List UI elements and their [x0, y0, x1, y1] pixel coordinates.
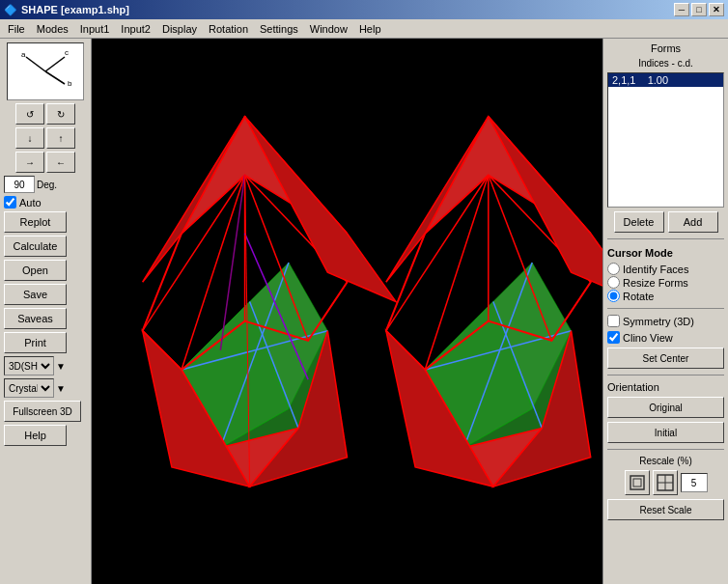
identify-faces-label: Identify Faces	[623, 264, 688, 275]
rotate-ccw-button[interactable]: ↺	[15, 103, 44, 125]
main-container: a c b ↺ ↻ ↓ ↑ → ← Deg. Auto Repl	[0, 39, 728, 584]
minimize-button[interactable]: ─	[674, 3, 689, 16]
rotation-buttons: ↺ ↻	[4, 103, 87, 125]
svg-line-2	[45, 71, 65, 84]
menu-modes[interactable]: Modes	[31, 21, 74, 37]
degrees-label: Deg.	[37, 180, 57, 190]
rescale-shrink-icon[interactable]	[625, 470, 650, 495]
title-bar-left: 🔷 SHAPE [examp1.shp]	[4, 4, 129, 16]
auto-label: Auto	[19, 197, 42, 209]
canvas-area[interactable]	[92, 39, 602, 584]
menu-file[interactable]: File	[2, 21, 31, 37]
app-icon: 🔷	[4, 4, 17, 16]
print-button[interactable]: Print	[4, 332, 67, 353]
list-item[interactable]: 2,1,1 1.00	[608, 73, 723, 87]
replot-button[interactable]: Replot	[4, 211, 67, 233]
rescale-grow-icon[interactable]	[653, 470, 678, 495]
rotate-cw-button[interactable]: ↻	[46, 103, 75, 125]
maximize-button[interactable]: □	[691, 3, 707, 16]
menu-rotation[interactable]: Rotation	[203, 21, 254, 37]
symmetry-label: Symmetry (3D)	[623, 316, 694, 327]
svg-marker-43	[489, 117, 602, 302]
svg-rect-47	[630, 476, 644, 489]
rescale-value-input[interactable]	[681, 473, 708, 492]
view-select-row: 3D(SHP) Crystal ▼	[4, 356, 87, 375]
degrees-row: Deg.	[4, 176, 87, 193]
pan-right-button[interactable]: →	[15, 152, 44, 173]
menu-bar: File Modes Input1 Input2 Display Rotatio…	[0, 19, 728, 39]
initial-button[interactable]: Initial	[607, 422, 724, 443]
left-panel: a c b ↺ ↻ ↓ ↑ → ← Deg. Auto Repl	[0, 39, 92, 584]
svg-text:b: b	[68, 79, 72, 88]
orientation-label: Orientation	[607, 381, 724, 393]
saveas-button[interactable]: Saveas	[4, 308, 67, 329]
clino-view-checkbox[interactable]	[607, 331, 620, 344]
pan-left-button[interactable]: ←	[46, 152, 75, 173]
symmetry-row: Symmetry (3D)	[607, 315, 724, 327]
rotate-row: Rotate	[607, 290, 724, 302]
save-button[interactable]: Save	[4, 284, 67, 305]
delete-button[interactable]: Delete	[614, 211, 664, 233]
open-button[interactable]: Open	[4, 260, 67, 281]
svg-line-0	[26, 57, 45, 71]
title-bar: 🔷 SHAPE [examp1.shp] ─ □ ✕	[0, 0, 728, 19]
menu-input2[interactable]: Input2	[115, 21, 156, 37]
original-button[interactable]: Original	[607, 397, 724, 418]
forms-label: Forms	[607, 42, 724, 54]
menu-display[interactable]: Display	[156, 21, 203, 37]
rescale-label: Rescale (%)	[607, 456, 724, 466]
rescale-row	[607, 470, 724, 495]
set-center-button[interactable]: Set Center	[607, 348, 724, 369]
symmetry-checkbox[interactable]	[607, 315, 620, 327]
delete-add-row: Delete Add	[607, 211, 724, 233]
svg-text:c: c	[65, 48, 69, 57]
resize-forms-radio[interactable]	[607, 276, 620, 289]
reset-scale-button[interactable]: Reset Scale	[607, 499, 724, 520]
indices-label: Indices - c.d.	[607, 58, 724, 69]
identify-faces-row: Identify Faces	[607, 263, 724, 275]
menu-settings[interactable]: Settings	[254, 21, 304, 37]
svg-rect-48	[633, 479, 641, 487]
auto-checkbox[interactable]	[4, 196, 16, 209]
auto-row: Auto	[4, 196, 87, 209]
calculate-button[interactable]: Calculate	[4, 236, 67, 257]
tilt-up-button[interactable]: ↑	[46, 127, 75, 149]
horizontal-buttons: → ←	[4, 152, 87, 173]
rotate-radio[interactable]	[607, 290, 620, 302]
menu-help[interactable]: Help	[353, 21, 387, 37]
view-mode-select[interactable]: 3D(SHP) Crystal	[4, 356, 54, 375]
add-button[interactable]: Add	[668, 211, 718, 233]
title-bar-controls: ─ □ ✕	[674, 3, 724, 16]
svg-marker-21	[245, 117, 396, 302]
tilt-down-button[interactable]: ↓	[15, 127, 44, 149]
right-panel: Forms Indices - c.d. 2,1,1 1.00 Delete A…	[602, 39, 728, 584]
close-button[interactable]: ✕	[709, 3, 724, 16]
menu-input1[interactable]: Input1	[74, 21, 116, 37]
help-button[interactable]: Help	[4, 425, 67, 446]
menu-window[interactable]: Window	[304, 21, 353, 37]
resize-forms-label: Resize Forms	[623, 277, 688, 289]
clino-view-row: Clino View	[607, 331, 724, 344]
svg-line-1	[45, 57, 65, 71]
fullscreen-button[interactable]: Fullscreen 3D	[4, 401, 81, 422]
svg-text:a: a	[21, 50, 26, 59]
clino-view-label: Clino View	[623, 332, 673, 344]
cursor-mode-label: Cursor Mode	[607, 247, 724, 259]
vertical-buttons: ↓ ↑	[4, 127, 87, 149]
forms-list[interactable]: 2,1,1 1.00	[607, 72, 724, 208]
cursor-mode-group: Identify Faces Resize Forms Rotate	[607, 263, 724, 302]
resize-forms-row: Resize Forms	[607, 276, 724, 289]
window-title: SHAPE [examp1.shp]	[21, 4, 129, 15]
axis-display: a c b	[7, 42, 84, 100]
crystal-select-row: Crystal ▼	[4, 378, 87, 398]
rotate-label: Rotate	[623, 291, 654, 302]
degrees-input[interactable]	[4, 176, 35, 193]
crystal-select[interactable]: Crystal	[4, 378, 54, 398]
identify-faces-radio[interactable]	[607, 263, 620, 275]
